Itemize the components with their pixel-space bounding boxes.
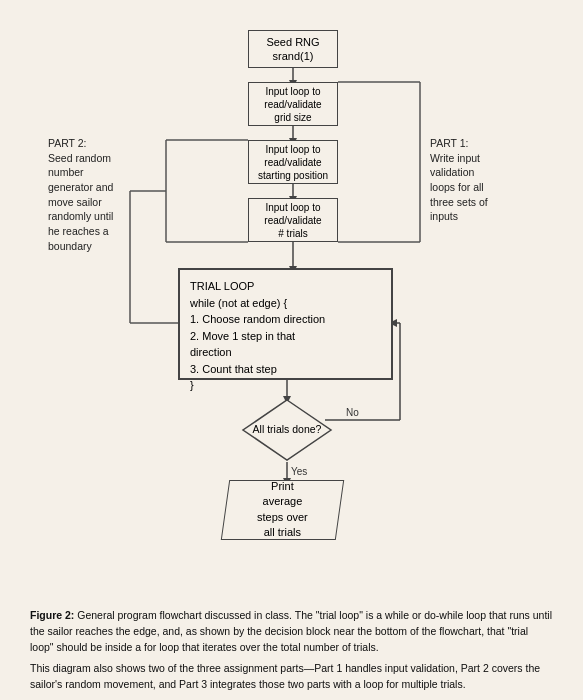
caption: Figure 2: General program flowchart disc… bbox=[30, 608, 553, 693]
caption-paragraph1: Figure 2: General program flowchart disc… bbox=[30, 608, 553, 655]
diamond-label: All trials done? bbox=[241, 398, 333, 462]
trial-loop-box: TRIAL LOOP while (not at edge) { 1. Choo… bbox=[178, 268, 393, 380]
print-box: Print average steps over all trials bbox=[221, 480, 344, 540]
input-grid-box: Input loop to read/validate grid size bbox=[248, 82, 338, 126]
diamond-wrapper: All trials done? bbox=[241, 398, 333, 462]
seed-rng-box: Seed RNG srand(1) bbox=[248, 30, 338, 68]
part2-annotation: PART 2: Seed random number generator and… bbox=[48, 136, 164, 254]
input-trials-box: Input loop to read/validate # trials bbox=[248, 198, 338, 242]
diagram-area: Yes No Seed RNG srand(1) bbox=[30, 20, 553, 600]
input-start-label: Input loop to read/validate starting pos… bbox=[258, 143, 328, 182]
page: Yes No Seed RNG srand(1) bbox=[0, 0, 583, 700]
svg-text:Yes: Yes bbox=[291, 466, 307, 477]
figure-label: Figure 2: bbox=[30, 609, 74, 621]
input-trials-label: Input loop to read/validate # trials bbox=[264, 201, 321, 240]
trial-loop-label: TRIAL LOOP while (not at edge) { 1. Choo… bbox=[190, 278, 381, 394]
caption-paragraph2: This diagram also shows two of the three… bbox=[30, 661, 553, 693]
input-grid-label: Input loop to read/validate grid size bbox=[264, 85, 321, 124]
seed-rng-label: Seed RNG srand(1) bbox=[266, 35, 319, 64]
svg-text:No: No bbox=[346, 407, 359, 418]
caption-text: General program flowchart discussed in c… bbox=[30, 609, 552, 653]
print-label: Print average steps over all trials bbox=[257, 479, 308, 541]
input-start-box: Input loop to read/validate starting pos… bbox=[248, 140, 338, 184]
part1-annotation: PART 1: Write input validation loops for… bbox=[430, 136, 550, 224]
